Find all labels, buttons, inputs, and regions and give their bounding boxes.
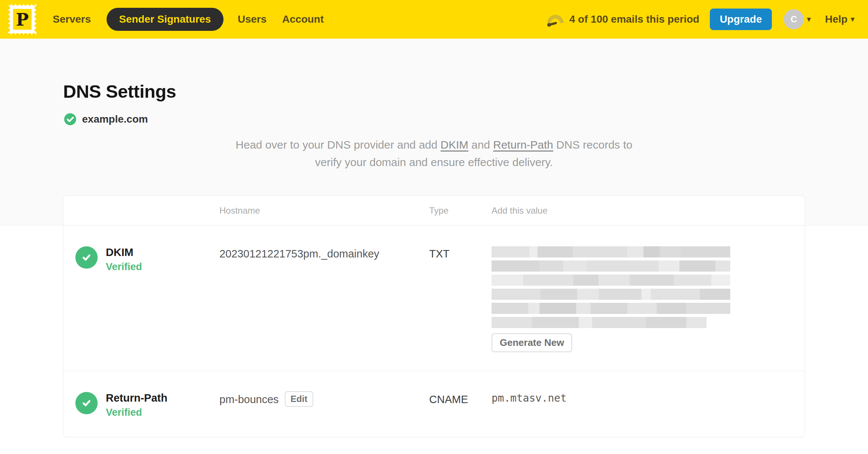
table-row-dkim: DKIM Verified 20230121221753pm._domainke…	[63, 226, 805, 371]
record-name: DKIM	[106, 246, 142, 259]
record-type: CNAME	[429, 392, 492, 418]
dkim-link[interactable]: DKIM	[441, 139, 469, 151]
return-path-link[interactable]: Return-Path	[493, 139, 553, 151]
usage-counter: 4 of 100 emails this period	[570, 13, 699, 25]
svg-text:P: P	[16, 10, 29, 30]
record-value: pm.mtasv.net	[492, 392, 793, 418]
check-circle-icon	[75, 246, 98, 269]
table-header-row: Hostname Type Add this value	[63, 196, 805, 226]
nav-item-account[interactable]: Account	[282, 13, 324, 25]
column-header-hostname: Hostname	[219, 205, 429, 216]
instructions-part: DNS records to	[553, 139, 632, 151]
column-header-type: Type	[429, 205, 492, 216]
check-circle-icon	[75, 392, 98, 414]
page-title: DNS Settings	[63, 81, 805, 102]
record-type: TXT	[429, 246, 492, 352]
upgrade-button[interactable]: Upgrade	[710, 9, 772, 30]
top-nav: P Servers Sender Signatures Users Accoun…	[0, 0, 868, 39]
instructions-part: verify your domain and ensure effective …	[315, 156, 553, 168]
status-badge: Verified	[106, 261, 142, 273]
nav-item-servers[interactable]: Servers	[53, 13, 91, 25]
generate-new-button[interactable]: Generate New	[492, 333, 572, 352]
primary-nav: Servers Sender Signatures Users Account	[53, 8, 339, 31]
status-badge: Verified	[106, 407, 167, 418]
edit-button[interactable]: Edit	[285, 391, 313, 407]
postmark-stamp-icon[interactable]: P	[8, 4, 36, 35]
dns-records-card: Hostname Type Add this value DKIM Verifi…	[63, 195, 805, 437]
domain-row: example.com	[63, 112, 805, 126]
instructions-part: and	[469, 139, 493, 151]
hostname-text: 20230121221753pm._domainkey	[219, 248, 379, 260]
verified-seal-icon	[63, 112, 77, 126]
nav-item-users[interactable]: Users	[238, 13, 267, 25]
help-chevron-down-icon[interactable]: ▾	[851, 14, 855, 24]
redacted-dns-value	[492, 246, 730, 328]
domain-name: example.com	[82, 113, 148, 125]
table-row-return-path: Return-Path Verified pm-bounces Edit CNA…	[63, 371, 805, 437]
avatar-chevron-down-icon[interactable]: ▾	[807, 14, 811, 24]
nav-right: 4 of 100 emails this period Upgrade C ▾ …	[546, 9, 855, 30]
gauge-icon	[546, 12, 564, 27]
column-header-value: Add this value	[492, 205, 793, 216]
instructions-text: Head over to your DNS provider and add D…	[63, 136, 805, 171]
nav-item-sender-signatures[interactable]: Sender Signatures	[107, 8, 223, 31]
record-hostname: pm-bounces Edit	[219, 392, 429, 418]
main-content: Hostname Type Add this value DKIM Verifi…	[63, 195, 805, 437]
record-name: Return-Path	[106, 392, 167, 404]
hostname-text: pm-bounces	[219, 393, 279, 406]
avatar[interactable]: C	[784, 9, 804, 29]
instructions-part: Head over to your DNS provider and add	[236, 139, 441, 151]
record-hostname: 20230121221753pm._domainkey	[219, 246, 429, 352]
help-menu[interactable]: Help	[825, 13, 848, 25]
